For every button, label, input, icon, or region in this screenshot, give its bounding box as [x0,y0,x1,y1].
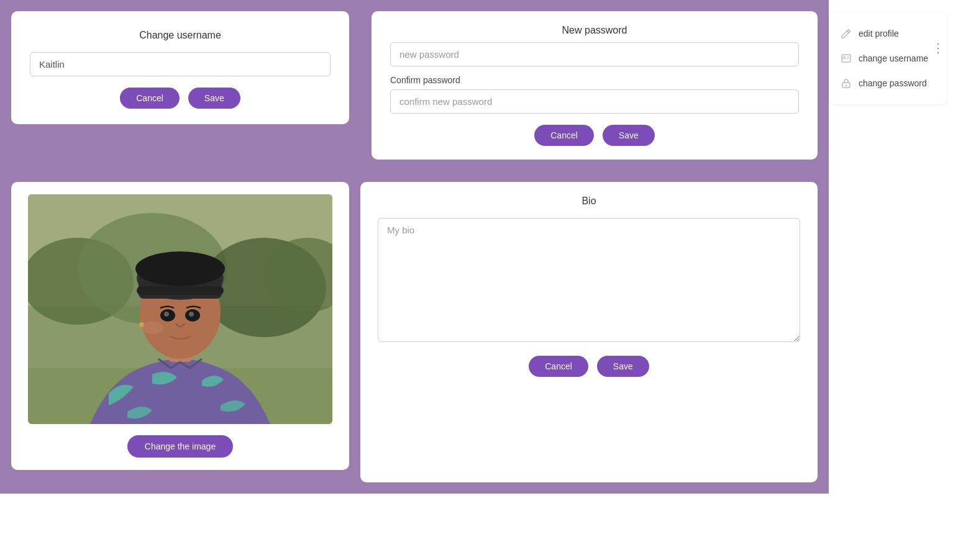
svg-point-19 [141,322,163,334]
edit-profile-icon [840,27,852,40]
svg-point-23 [846,85,847,86]
sidebar-menu: edit profile change username [829,12,947,104]
username-input[interactable] [30,52,331,76]
svg-point-12 [135,251,225,286]
profile-image [28,194,332,424]
username-panel: Change username Cancel Save [0,0,360,171]
username-cancel-button[interactable]: Cancel [120,88,180,109]
password-card-title: New password [390,25,799,36]
password-card: New password Confirm password Cancel Sav… [372,11,818,160]
bottom-row: Change the image Bio Cancel Save [0,171,829,494]
edit-profile-label: edit profile [859,29,899,38]
bio-save-button[interactable]: Save [597,356,649,377]
sidebar-dots-icon[interactable]: ⋮ [932,40,944,55]
username-button-row: Cancel Save [30,88,331,109]
confirm-password-label: Confirm password [390,75,799,85]
change-username-icon [840,52,852,65]
sidebar-item-change-password[interactable]: change password [829,71,947,96]
page-wrapper: Change username Cancel Save New password… [0,0,953,560]
image-panel: Change the image [0,171,360,494]
bio-textarea[interactable] [378,218,800,342]
change-password-label: change password [859,78,927,88]
svg-point-16 [164,312,169,317]
top-row: Change username Cancel Save New password… [0,0,829,171]
main-area: Change username Cancel Save New password… [0,0,829,560]
password-save-button[interactable]: Save [603,125,655,146]
password-button-row: Cancel Save [390,125,799,146]
password-cancel-button[interactable]: Cancel [534,125,594,146]
change-username-label: change username [859,53,928,63]
username-save-button[interactable]: Save [188,88,240,109]
svg-point-17 [189,312,194,317]
username-card: Change username Cancel Save [11,11,349,124]
svg-point-21 [843,56,846,59]
password-panel: New password Confirm password Cancel Sav… [360,0,829,171]
bio-button-row: Cancel Save [378,356,800,377]
bio-card-title: Bio [378,196,800,207]
bio-panel: Bio Cancel Save [360,171,829,494]
change-password-icon [840,77,852,89]
sidebar-item-edit-profile[interactable]: edit profile [829,21,947,46]
confirm-password-input[interactable] [390,89,799,114]
change-image-button[interactable]: Change the image [127,435,233,458]
svg-rect-13 [137,286,224,295]
right-sidebar: ⋮ edit profile [829,0,953,560]
bio-card: Bio Cancel Save [360,182,818,482]
new-password-input[interactable] [390,42,799,66]
image-card: Change the image [11,182,349,470]
username-card-title: Change username [30,30,331,41]
sidebar-item-change-username[interactable]: change username [829,46,947,71]
bio-cancel-button[interactable]: Cancel [529,356,588,377]
